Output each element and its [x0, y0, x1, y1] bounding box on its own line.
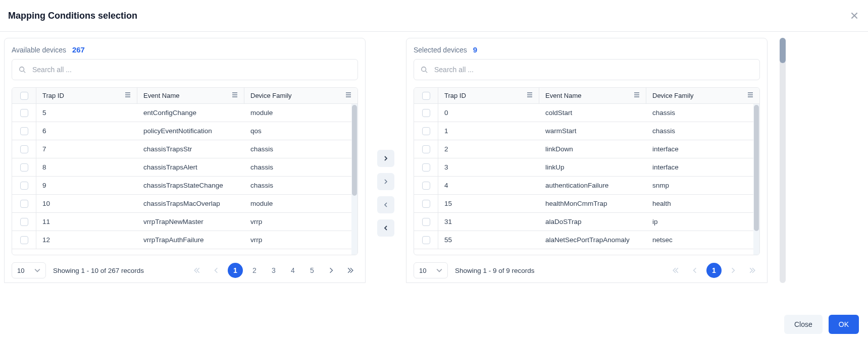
table-row[interactable]: 6policyEventNotificationqos — [12, 122, 358, 140]
row-checkbox[interactable] — [414, 177, 438, 194]
cell-family: chassis — [244, 163, 358, 171]
available-search-input[interactable] — [12, 59, 358, 80]
menu-icon[interactable] — [232, 92, 238, 99]
page-button[interactable]: 2 — [247, 263, 262, 278]
cell-family: interface — [646, 145, 759, 153]
menu-icon[interactable] — [527, 92, 533, 99]
cell-event: healthMonCmmTrap — [539, 200, 646, 207]
table-row[interactable]: 2linkDowninterface — [414, 140, 759, 158]
cell-event: chassisTrapsAlert — [137, 163, 244, 171]
cell-family: vrrp — [244, 218, 358, 225]
select-all-checkbox[interactable] — [414, 88, 438, 103]
chevron-down-icon — [34, 267, 40, 273]
menu-icon[interactable] — [634, 92, 640, 99]
menu-icon[interactable] — [345, 92, 351, 99]
next-page-button[interactable] — [324, 263, 339, 278]
selected-label: Selected devices — [414, 46, 467, 54]
table-row[interactable]: 0coldStartchassis — [414, 104, 759, 122]
scrollbar-thumb[interactable] — [352, 105, 357, 196]
row-checkbox[interactable] — [12, 104, 36, 122]
row-checkbox[interactable] — [414, 104, 438, 122]
page-button[interactable]: 5 — [304, 263, 320, 278]
row-checkbox[interactable] — [12, 158, 36, 176]
move-left-button[interactable] — [377, 196, 394, 213]
cell-family: chassis — [244, 182, 358, 189]
available-pager: 10 Showing 1 - 10 of 267 records 12345 — [12, 258, 358, 278]
row-checkbox[interactable] — [12, 177, 36, 194]
page-size-select[interactable]: 10 — [12, 262, 46, 278]
cell-family: chassis — [646, 109, 759, 117]
table-row[interactable]: 7chassisTrapsStrchassis — [12, 140, 358, 158]
row-checkbox[interactable] — [12, 231, 36, 249]
col-header-event-label: Event Name — [545, 92, 582, 99]
row-checkbox[interactable] — [12, 213, 36, 231]
cell-event: alaNetSecPortTrapAnomaly — [539, 236, 646, 244]
table-row[interactable]: 10chassisTrapsMacOverlapmodule — [12, 195, 358, 213]
col-header-trap[interactable]: Trap ID — [438, 88, 539, 103]
cell-event: authenticationFailure — [539, 182, 646, 189]
menu-icon[interactable] — [125, 92, 131, 99]
move-all-left-button[interactable] — [377, 219, 394, 237]
row-checkbox[interactable] — [12, 140, 36, 158]
select-all-checkbox[interactable] — [12, 88, 36, 103]
selected-panel: Selected devices 9 Trap ID Event Na — [406, 38, 768, 283]
table-row[interactable]: 55alaNetSecPortTrapAnomalynetsec — [414, 231, 759, 249]
close-button[interactable]: Close — [784, 315, 823, 334]
table-row[interactable]: 11vrrpTrapNewMastervrrp — [12, 213, 358, 231]
table-row[interactable]: 4authenticationFailuresnmp — [414, 177, 759, 195]
scrollbar[interactable] — [753, 104, 759, 255]
cell-trap: 6 — [36, 127, 137, 135]
cell-trap: 2 — [438, 145, 539, 153]
ok-button[interactable]: OK — [829, 315, 859, 334]
close-icon[interactable] — [849, 10, 860, 21]
row-checkbox[interactable] — [414, 158, 438, 176]
cell-event: alaDoSTrap — [539, 218, 646, 225]
table-row[interactable]: 12vrrpTrapAuthFailurevrrp — [12, 231, 358, 249]
scrollbar[interactable] — [351, 104, 358, 255]
scrollbar-thumb[interactable] — [754, 105, 759, 231]
available-search-wrap — [12, 59, 358, 80]
col-header-family[interactable]: Device Family — [646, 88, 759, 103]
cell-family: qos — [244, 127, 358, 135]
table-row[interactable]: 31alaDoSTrapip — [414, 213, 759, 231]
row-checkbox[interactable] — [414, 195, 438, 212]
col-header-trap[interactable]: Trap ID — [36, 88, 137, 103]
page-size-select[interactable]: 10 — [414, 262, 448, 278]
table-row[interactable]: 1warmStartchassis — [414, 122, 759, 140]
page-button[interactable]: 1 — [228, 263, 243, 278]
available-body[interactable]: 5entConfigChangemodule6policyEventNotifi… — [12, 104, 358, 255]
row-checkbox[interactable] — [414, 231, 438, 249]
move-all-right-button[interactable] — [377, 173, 394, 190]
table-row[interactable]: 3linkUpinterface — [414, 158, 759, 177]
selected-search-input[interactable] — [414, 59, 760, 80]
cell-family: module — [244, 109, 358, 117]
row-checkbox[interactable] — [414, 122, 438, 140]
table-row[interactable]: 15healthMonCmmTraphealth — [414, 195, 759, 213]
table-row[interactable]: 8chassisTrapsAlertchassis — [12, 158, 358, 177]
table-row[interactable]: 9chassisTrapsStateChangechassis — [12, 177, 358, 195]
cell-trap: 0 — [438, 109, 539, 117]
cell-trap: 8 — [36, 163, 137, 171]
table-row[interactable]: 5entConfigChangemodule — [12, 104, 358, 122]
dialog-scrollbar[interactable] — [780, 38, 786, 283]
row-checkbox[interactable] — [12, 195, 36, 212]
cell-trap: 9 — [36, 182, 137, 189]
selected-body[interactable]: 0coldStartchassis1warmStartchassis2linkD… — [414, 104, 759, 255]
page-button[interactable]: 1 — [706, 263, 722, 278]
row-checkbox[interactable] — [12, 122, 36, 140]
col-header-event[interactable]: Event Name — [539, 88, 646, 103]
selected-table: Trap ID Event Name Device Family 0coldSt… — [414, 87, 760, 255]
cell-trap: 12 — [36, 236, 137, 244]
move-right-button[interactable] — [377, 150, 394, 167]
page-button[interactable]: 3 — [266, 263, 281, 278]
row-checkbox[interactable] — [414, 213, 438, 231]
last-page-button[interactable] — [343, 263, 358, 278]
selected-table-header: Trap ID Event Name Device Family — [414, 88, 759, 104]
row-checkbox[interactable] — [414, 140, 438, 158]
search-icon — [19, 66, 26, 73]
menu-icon[interactable] — [747, 92, 753, 99]
page-button[interactable]: 4 — [285, 263, 300, 278]
scrollbar-thumb[interactable] — [780, 38, 786, 63]
col-header-family[interactable]: Device Family — [244, 88, 358, 103]
col-header-event[interactable]: Event Name — [137, 88, 244, 103]
